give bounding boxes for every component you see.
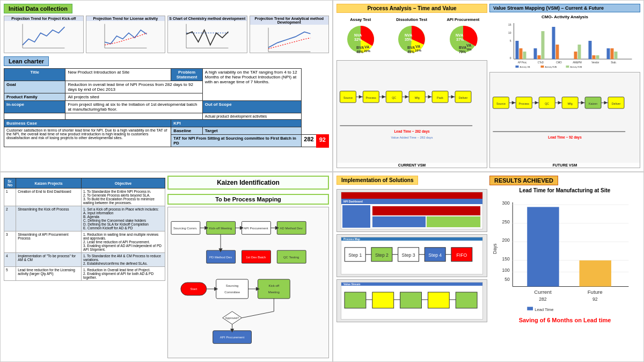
svg-rect-76 — [607, 48, 610, 59]
svg-marker-108 — [512, 101, 515, 104]
svg-text:VA: VA — [364, 45, 369, 49]
svg-text:Process: Process — [366, 96, 377, 99]
kaizen-project-5: Lead time reduction for the Licensing ac… — [16, 267, 82, 281]
svg-text:Step 4: Step 4 — [428, 252, 442, 258]
svg-text:Days: Days — [492, 243, 497, 254]
svg-text:37%: 37% — [456, 38, 464, 41]
cmo-chart-title: CMO- Activity Analysis — [489, 15, 640, 19]
goal-label: Goal — [4, 81, 65, 93]
svg-rect-77 — [611, 48, 614, 59]
kaizen-id-section: Kaizen Identification To be Process Mapp… — [167, 176, 329, 358]
screen-1: NPI Dashboard — [336, 189, 487, 232]
in-scope-detail — [4, 113, 65, 120]
svg-text:Value Added Time ~ 282 days: Value Added Time ~ 282 days — [391, 136, 433, 139]
pie-charts-row: Assay Test NVA 32% VA 20% BVA — [336, 17, 487, 56]
kaizen-col-objective: Objective — [81, 178, 165, 189]
svg-rect-68 — [556, 45, 559, 59]
svg-text:CToD: CToD — [538, 61, 544, 64]
kaizen-row-4: 4 Implementation of "To be process" for … — [4, 253, 165, 267]
svg-rect-89 — [566, 66, 569, 68]
svg-rect-74 — [592, 55, 596, 59]
svg-rect-78 — [614, 52, 618, 59]
top-left-panel: Initial Data collection Projection Trend… — [0, 0, 333, 172]
svg-marker-50 — [359, 95, 362, 98]
svg-text:PD Method Dev: PD Method Dev — [209, 256, 232, 259]
svg-rect-175 — [456, 292, 477, 308]
svg-marker-54 — [451, 95, 454, 98]
svg-text:32%: 32% — [354, 38, 362, 41]
chart-1: Projection Trend for Project Kick-off — [4, 16, 84, 53]
kaizen-row-1: 1 Creation of End to End Dashboard 1. To… — [4, 189, 165, 206]
product-family-label: Product Family — [4, 93, 65, 101]
chart-2: Projection Trend for License activity — [86, 16, 166, 53]
svg-marker-110 — [558, 101, 561, 104]
svg-text:BVA: BVA — [356, 46, 364, 49]
svg-text:Deliver: Deliver — [612, 102, 621, 105]
kaizen-project-4: Implementation of "To be process" for AM… — [16, 253, 82, 267]
chart-3: S Chart of Chemistry method development — [167, 16, 247, 53]
svg-text:FIFO: FIFO — [456, 252, 467, 258]
svg-marker-53 — [428, 95, 431, 98]
implementation-label: Implementation of Solutions — [336, 176, 418, 185]
svg-marker-112 — [604, 101, 607, 104]
svg-text:Mfg: Mfg — [415, 96, 420, 99]
svg-text:Pack: Pack — [437, 96, 443, 99]
screen-3: Value Stream — [336, 279, 487, 322]
svg-text:Lead Time: Lead Time — [535, 307, 553, 312]
process-flow-diagram: Sourcing Comm. Kick-off Meeting API Proc… — [167, 207, 329, 358]
svg-rect-73 — [589, 41, 592, 59]
impl-screens: NPI Dashboard — [336, 189, 487, 322]
chart-3-title: S Chart of Chemistry method development — [168, 16, 247, 21]
svg-marker-52 — [405, 95, 408, 98]
title-value: New Product Introduction at Site — [65, 69, 171, 81]
svg-line-152 — [242, 312, 274, 318]
pie-api-title: API Procurement — [447, 17, 479, 22]
svg-text:150: 150 — [502, 256, 510, 262]
process-analysis-section: Process Analysis – Time and Value Assay … — [336, 4, 487, 168]
kaizen-no-1: 1 — [4, 189, 16, 206]
kaizen-row-2: 2 Streamlining the Kick off Process 1. S… — [4, 206, 165, 231]
svg-text:0: 0 — [510, 56, 511, 60]
process-analysis-label: Process Analysis – Time and Value — [336, 4, 487, 13]
kaizen-col-project: Kaizen Projects — [16, 178, 82, 189]
svg-rect-62 — [519, 48, 523, 59]
svg-text:QC: QC — [545, 102, 549, 105]
top-right-panel: Process Analysis – Time and Value Assay … — [333, 0, 644, 172]
svg-rect-174 — [428, 292, 449, 308]
screen-2: Process Map Step 1 Step 2 Step 3 — [336, 234, 487, 277]
svg-text:QC: QC — [392, 96, 396, 99]
baseline-label: Baseline — [171, 127, 202, 135]
kaizen-obj-4: 1. To Standardize the AM & CM Process to… — [81, 253, 165, 267]
kaizen-row-5: 5 Lead time reduction for the Licensing … — [4, 267, 165, 281]
impl-section: Implementation of Solutions NPI Dashboar… — [336, 176, 487, 358]
svg-rect-172 — [372, 292, 394, 308]
svg-text:Deliver: Deliver — [459, 96, 468, 99]
svg-rect-71 — [574, 52, 577, 59]
results-chart: 300 250 200 150 100 50 Days Current — [489, 196, 640, 314]
kpi-label: KPI — [171, 120, 302, 127]
kaizen-project-2: Streamlining the Kick off Process — [16, 206, 82, 231]
svg-text:Step 3: Step 3 — [402, 252, 415, 258]
svg-text:16%: 16% — [415, 49, 422, 52]
initial-data-label: Initial Data collection — [4, 4, 72, 13]
vsm-section: Value Stream Mapping (VSM) – Current & F… — [489, 4, 640, 168]
kaizen-project-3: Streamlining of API Procurement Process — [16, 231, 82, 253]
svg-text:Vendor: Vendor — [591, 61, 599, 64]
svg-text:79%: 79% — [459, 50, 466, 54]
kaizen-no-3: 3 — [4, 231, 16, 253]
svg-text:CMO: CMO — [556, 61, 562, 64]
svg-text:BVA: BVA — [407, 46, 415, 49]
product-family-value: All projects sited — [65, 93, 202, 101]
svg-text:AP Proc.: AP Proc. — [518, 61, 528, 64]
target-value: 92 — [317, 135, 328, 147]
chart-4-title: Projection Trend for Analytical method D… — [250, 16, 329, 25]
svg-text:Activity NVA: Activity NVA — [570, 66, 582, 68]
bottom-left-panel: Sr. No Kaizen Projects Objective 1 Creat… — [0, 172, 333, 362]
problem-statement-value: A high variability on the TAT ranging fr… — [202, 69, 302, 101]
svg-text:200: 200 — [502, 237, 510, 243]
svg-text:Start: Start — [191, 287, 197, 291]
svg-text:VA: VA — [466, 44, 471, 47]
svg-rect-200 — [527, 307, 533, 310]
chart-2-title: Projection Trend for License activity — [86, 16, 165, 21]
chart-title: Lead Time for Manufacturing at Site — [489, 187, 640, 193]
